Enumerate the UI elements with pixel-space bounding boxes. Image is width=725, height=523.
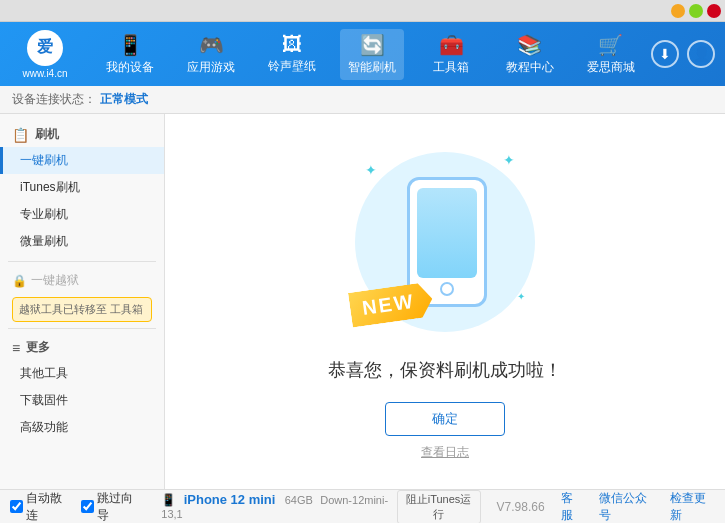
phone-home-button [440, 282, 454, 296]
pass-wizard-input[interactable] [81, 500, 94, 513]
status-mode: 正常模式 [100, 91, 148, 108]
bottom-left: 自动散连 跳过向导 📱 iPhone 12 mini 64GB Down-12m… [10, 490, 397, 524]
flash-icon: 🔄 [360, 33, 385, 57]
tutorials-icon: 📚 [517, 33, 542, 57]
nav-item-apps-games[interactable]: 🎮 应用游戏 [179, 29, 243, 80]
auto-startup-checkbox[interactable]: 自动散连 [10, 490, 71, 524]
minimize-button[interactable] [671, 4, 685, 18]
sidebar-item-one-click-flash[interactable]: 一键刷机 [0, 147, 164, 174]
header-right: ⬇ 👤 [651, 40, 715, 68]
sidebar-item-advanced[interactable]: 高级功能 [0, 414, 164, 441]
nav-label-apps: 应用游戏 [187, 59, 235, 76]
more-section-icon: ≡ [12, 340, 20, 356]
nav-item-my-device[interactable]: 📱 我的设备 [98, 29, 162, 80]
sidebar: 📋 刷机 一键刷机 iTunes刷机 专业刷机 微量刷机 🔒 一键越狱 越狱工具… [0, 114, 165, 489]
store-icon: 🛒 [598, 33, 623, 57]
view-log-link[interactable]: 查看日志 [421, 444, 469, 461]
logo-icon: 爱 [27, 30, 63, 66]
bottom-right: 阻止iTunes运行 V7.98.66 客服 微信公众号 检查更新 [397, 490, 715, 524]
phone-screen [417, 188, 477, 278]
device-icon: 📱 [118, 33, 143, 57]
bottom-bar: 自动散连 跳过向导 📱 iPhone 12 mini 64GB Down-12m… [0, 489, 725, 523]
success-illustration: ✦ ✦ ✦ NEW [345, 142, 545, 342]
nav-item-store[interactable]: 🛒 爱思商城 [579, 29, 643, 80]
nav-item-toolbox[interactable]: 🧰 工具箱 [421, 29, 481, 80]
sidebar-jailbreak-notice: 越狱工具已转移至 工具箱 [12, 297, 152, 322]
logo-area: 爱 www.i4.cn [10, 30, 80, 79]
check-update-link[interactable]: 检查更新 [670, 490, 715, 524]
nav-label-toolbox: 工具箱 [433, 59, 469, 76]
sidebar-item-micro-flash[interactable]: 微量刷机 [0, 228, 164, 255]
version-label: V7.98.66 [497, 500, 545, 514]
sidebar-divider-1 [8, 261, 156, 262]
lock-icon: 🔒 [12, 274, 27, 288]
nav-label-smart-flash: 智能刷机 [348, 59, 396, 76]
sidebar-divider-2 [8, 328, 156, 329]
main-layout: 📋 刷机 一键刷机 iTunes刷机 专业刷机 微量刷机 🔒 一键越狱 越狱工具… [0, 114, 725, 489]
nav-bar: 📱 我的设备 🎮 应用游戏 🖼 铃声壁纸 🔄 智能刷机 🧰 工具箱 📚 教程中心… [90, 29, 651, 80]
sparkle-2: ✦ [503, 152, 515, 168]
nav-label-tutorials: 教程中心 [506, 59, 554, 76]
success-message: 恭喜您，保资料刷机成功啦！ [328, 358, 562, 382]
sidebar-section-more: ≡ 更多 [0, 335, 164, 360]
nav-item-wallpaper[interactable]: 🖼 铃声壁纸 [260, 29, 324, 79]
wechat-link[interactable]: 微信公众号 [599, 490, 655, 524]
device-icon: 📱 [161, 493, 176, 507]
sidebar-flash-title: 刷机 [35, 126, 59, 143]
device-storage: 64GB [285, 494, 313, 506]
nav-item-tutorials[interactable]: 📚 教程中心 [498, 29, 562, 80]
sidebar-item-other-tools[interactable]: 其他工具 [0, 360, 164, 387]
nav-label-my-device: 我的设备 [106, 59, 154, 76]
sidebar-section-flash: 📋 刷机 [0, 122, 164, 147]
wallpaper-icon: 🖼 [282, 33, 302, 56]
logo-url: www.i4.cn [22, 68, 67, 79]
content-area: ✦ ✦ ✦ NEW 恭喜您，保资料刷机成功啦！ 确定 查看日志 [165, 114, 725, 489]
nav-item-smart-flash[interactable]: 🔄 智能刷机 [340, 29, 404, 80]
apps-icon: 🎮 [199, 33, 224, 57]
sparkle-1: ✦ [365, 162, 377, 178]
header: 爱 www.i4.cn 📱 我的设备 🎮 应用游戏 🖼 铃声壁纸 🔄 智能刷机 … [0, 22, 725, 86]
user-button[interactable]: 👤 [687, 40, 715, 68]
nav-label-wallpaper: 铃声壁纸 [268, 58, 316, 75]
sidebar-item-pro-flash[interactable]: 专业刷机 [0, 201, 164, 228]
close-button[interactable] [707, 4, 721, 18]
status-bar: 设备连接状态： 正常模式 [0, 86, 725, 114]
maximize-button[interactable] [689, 4, 703, 18]
device-info: 📱 iPhone 12 mini 64GB Down-12mini-13,1 [161, 492, 396, 521]
auto-startup-input[interactable] [10, 500, 23, 513]
titlebar [0, 0, 725, 22]
status-label: 设备连接状态： [12, 91, 96, 108]
toolbox-icon: 🧰 [439, 33, 464, 57]
customer-service-link[interactable]: 客服 [561, 490, 583, 524]
sidebar-item-download-firmware[interactable]: 下载固件 [0, 387, 164, 414]
sidebar-item-itunes-flash[interactable]: iTunes刷机 [0, 174, 164, 201]
pass-wizard-checkbox[interactable]: 跳过向导 [81, 490, 142, 524]
sparkle-3: ✦ [517, 291, 525, 302]
flash-section-icon: 📋 [12, 127, 29, 143]
itunes-stop-button[interactable]: 阻止iTunes运行 [397, 490, 481, 524]
sidebar-locked-jailbreak: 🔒 一键越狱 [0, 268, 164, 293]
confirm-button[interactable]: 确定 [385, 402, 505, 436]
download-button[interactable]: ⬇ [651, 40, 679, 68]
nav-label-store: 爱思商城 [587, 59, 635, 76]
device-name: iPhone 12 mini [184, 492, 276, 507]
itunes-status: 阻止iTunes运行 [397, 490, 481, 524]
